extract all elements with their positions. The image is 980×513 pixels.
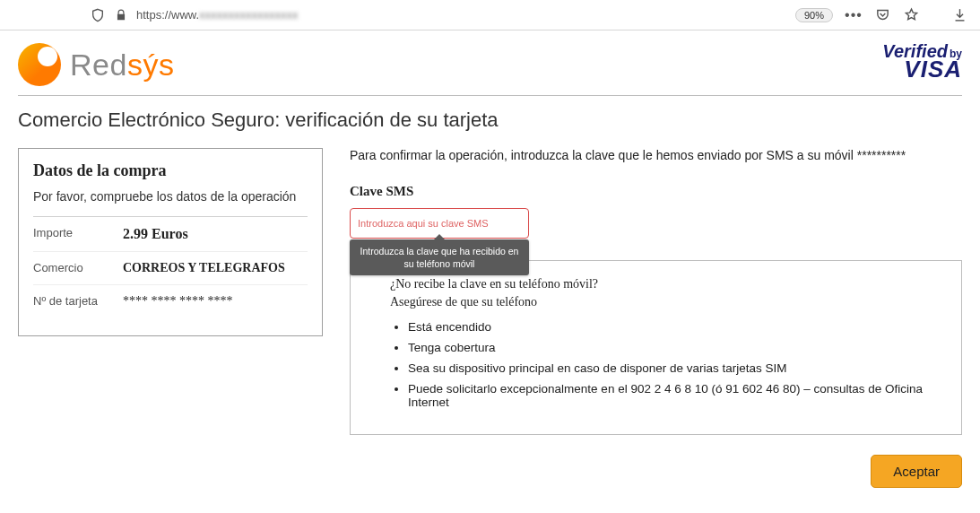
confirmation-column: Para confirmar la operación, introduzca … — [350, 148, 962, 488]
more-menu-icon[interactable]: ••• — [846, 7, 862, 23]
accept-row: Aceptar — [350, 455, 962, 488]
tracking-shield-icon[interactable] — [90, 7, 106, 23]
help-item: Está encendido — [408, 320, 940, 334]
row-amount: Importe 2.99 Euros — [33, 217, 308, 252]
help-list: Está encendido Tenga cobertura Sea su di… — [390, 320, 940, 409]
merchant-label: Comercio — [33, 261, 123, 275]
content-row: Datos de la compra Por favor, compruebe … — [18, 148, 962, 488]
help-item: Puede solicitarlo excepcionalmente en el… — [408, 382, 940, 409]
sms-tooltip: Introduzca la clave que ha recibido en s… — [350, 239, 529, 275]
page-title: Comercio Electrónico Seguro: verificació… — [18, 95, 962, 132]
row-card: Nº de tarjeta **** **** **** **** — [33, 285, 308, 317]
download-icon[interactable] — [951, 7, 967, 23]
logo-text-accent: sýs — [127, 48, 175, 82]
help-box: ¿No recibe la clave en su teléfono móvil… — [350, 260, 962, 435]
redsys-logo: Redsýs — [18, 43, 174, 86]
pocket-icon[interactable] — [874, 7, 890, 23]
card-label: Nº de tarjeta — [33, 294, 123, 309]
zoom-badge[interactable]: 90% — [795, 8, 833, 22]
verified-by-visa-logo: Verifiedby VISA — [882, 43, 962, 80]
browser-address-bar: https://www.xxxxxxxxxxxxxxxxx 90% ••• — [0, 0, 980, 30]
url-prefix: https://www. — [136, 8, 199, 22]
logo-text-pre: Red — [70, 48, 127, 82]
url-text[interactable]: https://www.xxxxxxxxxxxxxxxxx — [136, 8, 299, 22]
url-area: https://www.xxxxxxxxxxxxxxxxx — [90, 7, 795, 23]
redsys-logo-text: Redsýs — [70, 48, 174, 83]
lock-icon[interactable] — [113, 7, 129, 23]
url-obscured: xxxxxxxxxxxxxxxxx — [199, 8, 299, 22]
toolbar-right: ••• — [846, 7, 967, 23]
purchase-box-title: Datos de la compra — [33, 161, 308, 180]
card-value: **** **** **** **** — [123, 294, 233, 309]
bookmark-star-icon[interactable] — [903, 7, 919, 23]
purchase-data-box: Datos de la compra Por favor, compruebe … — [18, 148, 323, 336]
visa-text: VISA — [882, 59, 962, 80]
amount-value: 2.99 Euros — [123, 226, 188, 242]
help-subtext: Asegúrese de que su teléfono — [390, 295, 940, 309]
page-body: Redsýs Verifiedby VISA Comercio Electrón… — [0, 30, 980, 509]
purchase-rows: Importe 2.99 Euros Comercio CORREOS Y TE… — [33, 216, 308, 317]
help-item: Sea su dispositivo principal en caso de … — [408, 361, 940, 375]
merchant-value: CORREOS Y TELEGRAFOS — [123, 261, 285, 275]
sms-field-label: Clave SMS — [350, 184, 962, 199]
header-row: Redsýs Verifiedby VISA — [18, 43, 962, 95]
accept-button[interactable]: Aceptar — [871, 455, 962, 488]
redsys-logo-mark — [18, 43, 61, 86]
instruction-text: Para confirmar la operación, introduzca … — [350, 148, 962, 162]
help-question: ¿No recibe la clave en su teléfono móvil… — [390, 277, 940, 291]
help-item: Tenga cobertura — [408, 341, 940, 354]
row-merchant: Comercio CORREOS Y TELEGRAFOS — [33, 252, 308, 285]
purchase-box-subtitle: Por favor, compruebe los datos de la ope… — [33, 189, 308, 204]
amount-label: Importe — [33, 226, 123, 242]
